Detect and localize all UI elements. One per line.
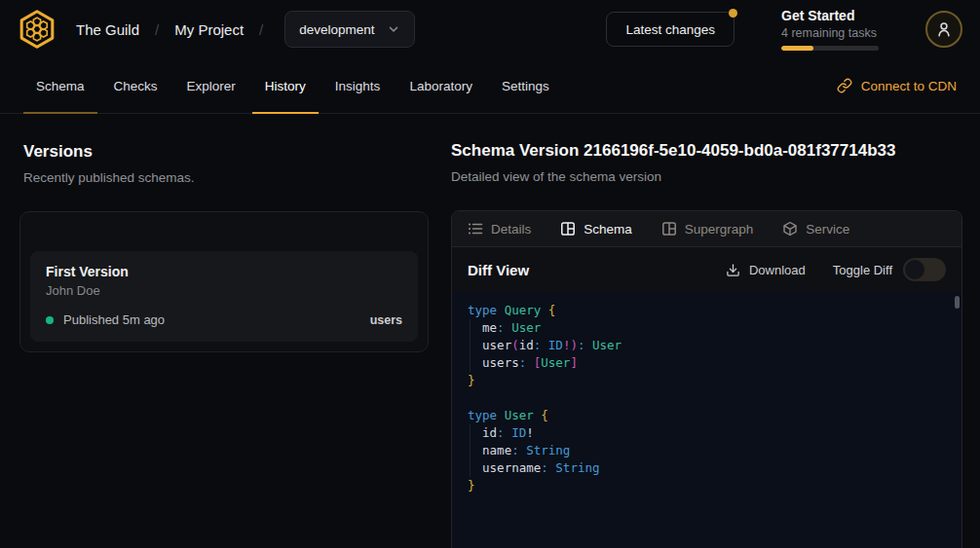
service-badge: users bbox=[370, 313, 402, 327]
get-started-widget[interactable]: Get Started 4 remaining tasks bbox=[781, 8, 888, 51]
detail-tab-label: Service bbox=[806, 222, 849, 237]
schema-version-subtitle: Detailed view of the schema version bbox=[451, 169, 962, 184]
connect-cdn-label: Connect to CDN bbox=[861, 79, 957, 93]
get-started-subtitle: 4 remaining tasks bbox=[781, 26, 888, 40]
breadcrumb-separator: / bbox=[155, 21, 159, 38]
version-name: First Version bbox=[46, 264, 402, 279]
code-scrollbar-thumb[interactable] bbox=[955, 296, 960, 309]
switch-knob bbox=[905, 260, 924, 279]
toggle-diff-group: Toggle Diff bbox=[833, 258, 946, 281]
cube-icon bbox=[782, 221, 798, 237]
detail-tab-label: Details bbox=[491, 222, 531, 237]
nav-tab-label: Explorer bbox=[187, 79, 236, 93]
schema-detail-box: DetailsSchemaSupergraphService Diff View… bbox=[451, 210, 962, 548]
link-icon bbox=[837, 78, 852, 93]
code-line: type User { bbox=[468, 407, 946, 424]
code-line: } bbox=[468, 477, 946, 494]
download-label: Download bbox=[749, 263, 806, 277]
code-line: user(id: ID!): User bbox=[468, 337, 946, 354]
version-author: John Doe bbox=[46, 283, 402, 298]
columns-icon bbox=[661, 221, 677, 237]
nav-tab-label: Schema bbox=[36, 79, 85, 93]
code-line: users: [User] bbox=[468, 354, 946, 372]
nav-tab-explorer[interactable]: Explorer bbox=[174, 58, 248, 113]
version-list-item[interactable]: First Version John Doe Published 5m ago … bbox=[30, 251, 418, 342]
target-selector-value: development bbox=[299, 22, 374, 37]
nav-tab-label: Checks bbox=[114, 79, 158, 93]
nav-tab-label: Laboratory bbox=[409, 79, 472, 93]
get-started-progressbar bbox=[781, 46, 879, 51]
code-line: username: String bbox=[468, 459, 946, 477]
notification-dot bbox=[729, 9, 737, 18]
detail-tab-label: Schema bbox=[584, 222, 632, 237]
nav-tab-laboratory[interactable]: Laboratory bbox=[396, 58, 485, 113]
get-started-progress-fill bbox=[781, 46, 813, 51]
latest-changes-label: Latest changes bbox=[625, 22, 715, 37]
nav-tab-label: History bbox=[265, 79, 306, 93]
versions-title: Versions bbox=[23, 142, 443, 162]
diff-actions: Download Toggle Diff bbox=[726, 258, 946, 281]
guild-logo-icon[interactable] bbox=[14, 7, 60, 52]
connect-cdn-link[interactable]: Connect to CDN bbox=[837, 58, 957, 113]
detail-tabs: DetailsSchemaSupergraphService bbox=[452, 211, 961, 247]
nav-tabs: SchemaChecksExplorerHistoryInsightsLabor… bbox=[23, 58, 566, 113]
latest-changes-button[interactable]: Latest changes bbox=[606, 12, 735, 47]
diff-toolbar: Diff View Download Toggle Diff bbox=[452, 247, 961, 292]
schema-version-title: Schema Version 2166196f-5e10-4059-bd0a-0… bbox=[451, 141, 962, 161]
code-line bbox=[468, 389, 946, 407]
target-selector[interactable]: development bbox=[284, 11, 414, 48]
nav-tab-settings[interactable]: Settings bbox=[489, 58, 562, 113]
detail-tab-supergraph[interactable]: Supergraph bbox=[661, 221, 754, 237]
detail-tab-service[interactable]: Service bbox=[782, 221, 849, 237]
breadcrumb: The Guild / My Project / development bbox=[14, 7, 415, 52]
code-line: } bbox=[468, 372, 946, 389]
published-status-dot bbox=[46, 316, 54, 324]
detail-tab-label: Supergraph bbox=[685, 222, 754, 237]
breadcrumb-org[interactable]: The Guild bbox=[76, 21, 139, 38]
detail-tab-schema[interactable]: Schema bbox=[560, 221, 632, 237]
download-button[interactable]: Download bbox=[726, 263, 806, 277]
toggle-diff-label: Toggle Diff bbox=[833, 263, 892, 277]
version-status: Published 5m ago bbox=[63, 312, 165, 327]
nav-tab-history[interactable]: History bbox=[252, 58, 319, 113]
code-line: type Query { bbox=[468, 302, 946, 319]
code-line: me: User bbox=[468, 319, 946, 337]
toggle-diff-switch[interactable] bbox=[903, 258, 946, 281]
nav-tab-schema[interactable]: Schema bbox=[23, 58, 97, 113]
nav-tab-insights[interactable]: Insights bbox=[322, 58, 394, 113]
detail-tab-details[interactable]: Details bbox=[468, 221, 531, 237]
chevron-down-icon bbox=[387, 22, 400, 36]
nav-tab-label: Insights bbox=[335, 79, 381, 93]
version-meta-row: Published 5m ago users bbox=[46, 312, 402, 327]
schema-version-panel: Schema Version 2166196f-5e10-4059-bd0a-0… bbox=[451, 114, 962, 548]
code-line: name: String bbox=[468, 442, 946, 459]
breadcrumb-project[interactable]: My Project bbox=[174, 21, 244, 38]
get-started-title: Get Started bbox=[781, 8, 888, 23]
indent-guide bbox=[470, 424, 471, 477]
indent-guide bbox=[470, 319, 471, 372]
versions-panel: Versions Recently published schemas. Fir… bbox=[0, 114, 443, 548]
user-avatar[interactable] bbox=[925, 11, 962, 48]
code-line: id: ID! bbox=[468, 424, 946, 442]
schema-code-viewer[interactable]: type Query { me: User user(id: ID!): Use… bbox=[452, 292, 961, 548]
versions-list-card: First Version John Doe Published 5m ago … bbox=[19, 211, 429, 352]
breadcrumb-separator: / bbox=[259, 21, 263, 38]
download-icon bbox=[726, 263, 740, 277]
app-header: The Guild / My Project / development Lat… bbox=[0, 0, 980, 58]
versions-subtitle: Recently published schemas. bbox=[23, 170, 443, 185]
columns-icon bbox=[560, 221, 576, 237]
person-icon bbox=[935, 20, 953, 38]
nav-tab-checks[interactable]: Checks bbox=[101, 58, 170, 113]
page-content: Versions Recently published schemas. Fir… bbox=[0, 114, 980, 548]
nav-tab-label: Settings bbox=[502, 79, 549, 93]
main-nav: SchemaChecksExplorerHistoryInsightsLabor… bbox=[0, 58, 980, 114]
list-icon bbox=[468, 221, 483, 237]
diff-view-title: Diff View bbox=[468, 262, 529, 278]
